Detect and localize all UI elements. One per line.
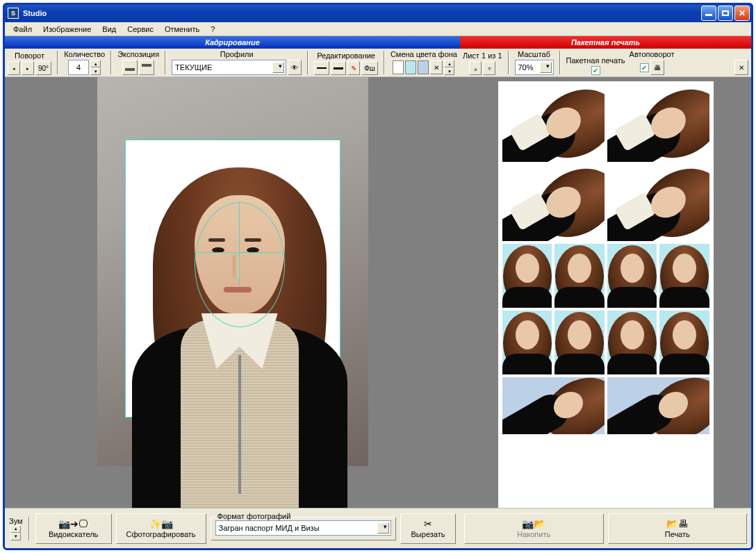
panel-print-title: Пакетная печать	[460, 36, 751, 49]
edit-fsh-button[interactable]: Фш	[361, 61, 378, 75]
rotate-90-button[interactable]: 90°	[35, 61, 51, 75]
camera-folder-icon: 📷📂	[522, 519, 545, 529]
accumulate-button[interactable]: 📷📂 Накопить	[464, 513, 604, 544]
profile-apply-button[interactable]: 👁	[288, 60, 302, 75]
photo-subject	[104, 119, 361, 466]
thumb[interactable]	[607, 85, 709, 162]
menu-bar: Файл Изображение Вид Сервис Отменить ?	[5, 22, 751, 36]
printer-icon: 🖶	[654, 64, 661, 72]
app-title: Studio	[23, 9, 701, 17]
thumb[interactable]	[554, 311, 605, 374]
zoom-spinner[interactable]: ▲▼	[10, 525, 21, 540]
print-label: Печать	[665, 530, 690, 538]
bgcolor-label: Смена цвета фона	[391, 50, 457, 58]
bg-swatch-white[interactable]	[393, 60, 404, 74]
format-legend: Формат фотографий	[215, 512, 293, 520]
close-button[interactable]: ✕	[734, 6, 750, 21]
shoot-label: Сфотографировать	[126, 530, 196, 538]
menu-cancel[interactable]: Отменить	[159, 24, 205, 35]
eye-line-guide[interactable]	[195, 252, 285, 253]
rotate-right-button[interactable]: ▸	[22, 61, 34, 75]
menu-image[interactable]: Изображение	[38, 24, 97, 35]
edit-tool2-button[interactable]	[331, 61, 346, 75]
maximize-button[interactable]	[718, 6, 733, 21]
menu-help[interactable]: ?	[205, 24, 220, 35]
separator	[559, 51, 561, 74]
thumb[interactable]	[607, 377, 709, 434]
edit-pencil-button[interactable]: ✎	[347, 61, 360, 75]
thumb[interactable]	[502, 165, 605, 241]
rotate-left-button[interactable]: ◂	[8, 61, 20, 75]
center-line-guide[interactable]	[239, 202, 240, 286]
bg-cancel-button[interactable]: ✕	[430, 60, 443, 74]
edit-label: Редактирование	[317, 51, 375, 60]
menu-file[interactable]: Файл	[8, 24, 38, 35]
thumb[interactable]	[502, 85, 605, 162]
qty-label: Количество	[64, 50, 105, 58]
thumb[interactable]	[502, 244, 552, 308]
print-button[interactable]: 📂🖶 Печать	[608, 513, 748, 544]
svg-rect-1	[142, 64, 151, 67]
thumb[interactable]	[607, 311, 657, 374]
autorotate-checkbox[interactable]: ✔	[640, 63, 649, 72]
thumb[interactable]	[502, 311, 552, 374]
accumulate-label: Накопить	[517, 530, 550, 538]
minimize-button[interactable]	[701, 6, 716, 21]
separator	[384, 51, 385, 74]
print-sheet	[498, 81, 714, 508]
rotate-label: Поворот	[15, 51, 44, 60]
thumb[interactable]	[607, 244, 657, 308]
thumb[interactable]	[607, 165, 709, 241]
bg-swatch-blue[interactable]	[418, 60, 429, 74]
qty-input[interactable]: 4	[68, 60, 89, 75]
separator	[307, 51, 309, 74]
face-oval-guide[interactable]	[195, 202, 285, 327]
separator	[57, 51, 58, 74]
exposure-up-button[interactable]	[139, 60, 154, 75]
editor-canvas[interactable]	[5, 77, 460, 508]
autorotate-label: Автоповорот	[630, 50, 675, 58]
edit-tool1-button[interactable]	[314, 61, 329, 75]
source-photo	[97, 77, 368, 466]
thumb[interactable]	[554, 244, 605, 308]
svg-rect-0	[125, 68, 135, 71]
separator	[28, 517, 30, 540]
thumb[interactable]	[502, 377, 605, 434]
panel-close-button[interactable]: ✕	[734, 60, 748, 75]
sheet-prev-button[interactable]: ▴	[469, 61, 482, 75]
folder-printer-icon: 📂🖶	[666, 519, 688, 529]
cut-label: Вырезать	[411, 530, 445, 538]
camera-shoot-icon: ✨📷	[149, 519, 173, 529]
exposure-down-button[interactable]	[122, 60, 138, 75]
zoom-label: Зум	[9, 517, 23, 525]
viewfinder-button[interactable]: 📷➔🖵 Видоискатель	[35, 513, 112, 544]
thumb[interactable]	[659, 311, 709, 374]
app-icon: S	[8, 8, 19, 19]
sheet-next-button[interactable]: ▾	[483, 61, 495, 75]
separator	[110, 51, 112, 74]
menu-view[interactable]: Вид	[97, 24, 122, 35]
profiles-select[interactable]: ТЕКУЩИЕ	[172, 60, 286, 75]
scale-label: Масштаб	[518, 50, 550, 58]
profiles-label: Профили	[220, 50, 254, 58]
exposure-label: Экспозиция	[117, 50, 159, 58]
batch-label: Пакетная печать	[566, 56, 625, 65]
thumb[interactable]	[659, 244, 709, 308]
scale-select[interactable]: 70%	[515, 60, 554, 75]
qty-spinner[interactable]: ▲▼	[90, 60, 101, 75]
format-select[interactable]: Загран паспорт МИД и Визы	[215, 520, 391, 536]
shoot-button[interactable]: ✨📷 Сфотографировать	[116, 513, 206, 544]
scissors-icon: ✂	[424, 519, 432, 529]
sheet-label: Лист 1 из 1	[463, 51, 502, 60]
title-bar: S Studio ✕	[3, 3, 753, 22]
separator	[165, 51, 166, 74]
panel-crop-title: Кадрирование	[5, 36, 460, 49]
print-settings-button[interactable]: 🖶	[650, 60, 664, 75]
print-preview[interactable]	[460, 77, 751, 508]
batch-checkbox[interactable]: ✔	[591, 66, 600, 75]
camera-monitor-icon: 📷➔🖵	[58, 519, 88, 529]
bg-swatch-lightblue[interactable]	[405, 60, 416, 74]
cut-button[interactable]: ✂ Вырезать	[400, 513, 456, 544]
bg-spinner[interactable]: ▲▼	[444, 60, 454, 75]
menu-service[interactable]: Сервис	[122, 24, 159, 35]
